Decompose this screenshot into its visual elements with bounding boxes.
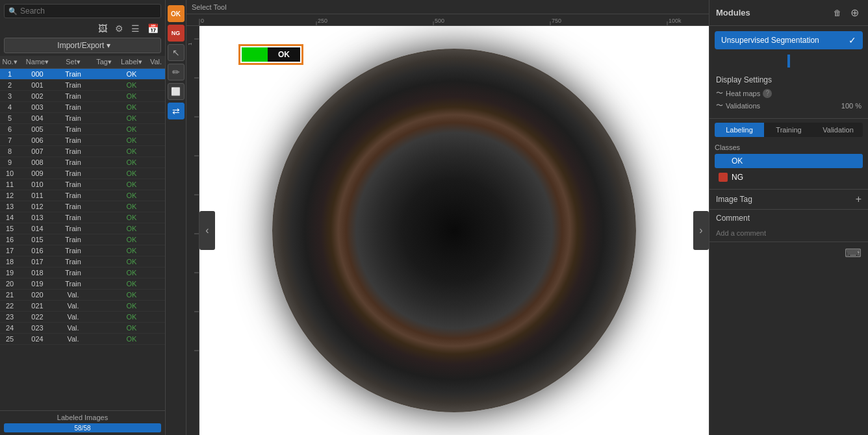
table-row[interactable]: 14 013 Train OK (0, 212, 165, 223)
td-set: Train (55, 280, 91, 288)
nav-arrow-right[interactable]: › (693, 211, 709, 250)
table-row[interactable]: 13 012 Train OK (0, 201, 165, 212)
col-header-set[interactable]: Set▾ (55, 58, 91, 66)
nav-arrow-left[interactable]: ‹ (199, 211, 215, 250)
tool-btn-ng[interactable]: NG (168, 25, 185, 42)
td-name: 015 (19, 236, 55, 243)
td-label: OK (117, 269, 146, 277)
td-name: 001 (19, 81, 55, 89)
table-row[interactable]: 6 005 Train OK (0, 124, 165, 135)
list-view-btn[interactable]: ☰ (129, 22, 142, 35)
table-row[interactable]: 23 022 Val. OK (0, 312, 165, 323)
keyboard-icon[interactable]: ⌨ (845, 246, 862, 260)
tab-labeling[interactable]: Labeling (715, 123, 764, 137)
image-view-btn[interactable]: 🖼 (96, 22, 110, 35)
import-export-button[interactable]: Import/Export ▾ (4, 38, 161, 53)
progress-bar-fill: 58/58 (4, 423, 161, 432)
table-row[interactable]: 15 014 Train OK (0, 223, 165, 234)
image-tag-add-btn[interactable]: + (856, 193, 862, 205)
td-name: 002 (19, 92, 55, 100)
canvas-container[interactable]: OK ‹ › (199, 26, 709, 435)
table-row[interactable]: 7 006 Train OK (0, 135, 165, 146)
table-row[interactable]: 16 015 Train OK (0, 234, 165, 245)
td-name: 011 (19, 192, 55, 199)
class-item-ok[interactable]: OK (715, 154, 863, 168)
heatmaps-info-icon[interactable]: ? (763, 89, 772, 98)
td-set: Train (55, 136, 91, 144)
module-item[interactable]: Unsupervised Segmentation ✓ (715, 31, 863, 49)
tool-btn-cursor[interactable]: ↖ (168, 44, 185, 61)
td-set: Train (55, 225, 91, 232)
table-row[interactable]: 12 011 Train OK (0, 190, 165, 201)
table-row[interactable]: 10 009 Train OK (0, 168, 165, 179)
td-label: OK (117, 280, 146, 288)
class-item-ng[interactable]: NG (715, 170, 863, 184)
tilde-icon-1: 〜 (716, 88, 723, 98)
table-row[interactable]: 3 002 Train OK (0, 91, 165, 102)
td-label: OK (117, 335, 146, 343)
td-set: Train (55, 81, 91, 89)
td-name: 016 (19, 247, 55, 255)
tool-btn-move[interactable]: ⇄ (168, 103, 185, 119)
heatmaps-row: 〜 Heat maps ? (716, 88, 862, 98)
table-row[interactable]: 20 019 Train OK (0, 279, 165, 290)
modules-delete-btn[interactable]: 🗑 (831, 5, 844, 20)
td-name: 021 (19, 302, 55, 310)
progress-text: 58/58 (74, 425, 90, 432)
comment-input[interactable] (716, 229, 862, 237)
table-row[interactable]: 8 007 Train OK (0, 146, 165, 157)
tool-btn-ok[interactable]: OK (168, 5, 185, 22)
modules-add-btn[interactable]: ⊕ (848, 5, 862, 20)
tab-training[interactable]: Training (764, 123, 813, 137)
module-check-icon: ✓ (849, 35, 856, 45)
class-color-ok (719, 156, 728, 166)
td-no: 2 (0, 81, 19, 89)
td-label: OK (117, 70, 146, 78)
modules-header: Modules 🗑 ⊕ (709, 0, 868, 26)
td-no: 22 (0, 302, 19, 310)
search-input[interactable] (20, 6, 157, 16)
right-panel: Modules 🗑 ⊕ Unsupervised Segmentation ✓ … (709, 0, 868, 435)
td-set: Train (55, 158, 91, 166)
tool-btn-rect[interactable]: ⬜ (168, 83, 185, 100)
td-label: OK (117, 81, 146, 89)
table-row[interactable]: 11 010 Train OK (0, 179, 165, 190)
col-header-name[interactable]: Name▾ (19, 58, 55, 66)
table-row[interactable]: 19 018 Train OK (0, 267, 165, 279)
comment-label: Comment (716, 214, 862, 223)
col-header-tag[interactable]: Tag▾ (91, 58, 117, 66)
tool-btn-brush[interactable]: ✏ (168, 64, 185, 81)
middle-toolbar: OK NG ↖ ✏ ⬜ ⇄ (166, 0, 186, 435)
tab-validation[interactable]: Validation (813, 123, 863, 137)
col-header-label[interactable]: Label▾ (117, 58, 146, 66)
calendar-btn[interactable]: 📅 (145, 22, 161, 35)
table-row[interactable]: 4 003 Train OK (0, 102, 165, 113)
table-row[interactable]: 21 020 Val. OK (0, 290, 165, 301)
table-row[interactable]: 2 001 Train OK (0, 80, 165, 91)
table-row[interactable]: 9 008 Train OK (0, 157, 165, 168)
lens-image (272, 49, 636, 412)
table-row[interactable]: 1 000 Train OK (0, 69, 165, 80)
table-row[interactable]: 25 024 Val. OK (0, 334, 165, 345)
td-no: 21 (0, 291, 19, 299)
td-name: 024 (19, 335, 55, 343)
table-row[interactable]: 22 021 Val. OK (0, 301, 165, 312)
td-name: 023 (19, 324, 55, 332)
validations-label: 〜 Validations (716, 101, 760, 110)
filter-btn[interactable]: ⚙ (112, 22, 126, 35)
table-row[interactable]: 5 004 Train OK (0, 113, 165, 124)
col-header-no[interactable]: No.▾ (0, 58, 19, 66)
td-no: 11 (0, 180, 19, 188)
validations-row: 〜 Validations 100 % (716, 101, 862, 110)
table-row[interactable]: 17 016 Train OK (0, 245, 165, 256)
table-row[interactable]: 18 017 Train OK (0, 256, 165, 267)
table-row[interactable]: 24 023 Val. OK (0, 323, 165, 334)
search-icon: 🔍 (8, 7, 18, 16)
ruler-h-svg: 0 250 500 750 100k (186, 14, 709, 25)
search-bar[interactable]: 🔍 (4, 4, 161, 18)
td-set: Train (55, 192, 91, 199)
td-name: 014 (19, 225, 55, 232)
footer-bar: Labeled Images 58/58 (0, 410, 165, 435)
left-panel: 🔍 🖼 ⚙ ☰ 📅 Import/Export ▾ No.▾ Name▾ Set… (0, 0, 166, 435)
col-header-val[interactable]: Val. (146, 58, 166, 66)
